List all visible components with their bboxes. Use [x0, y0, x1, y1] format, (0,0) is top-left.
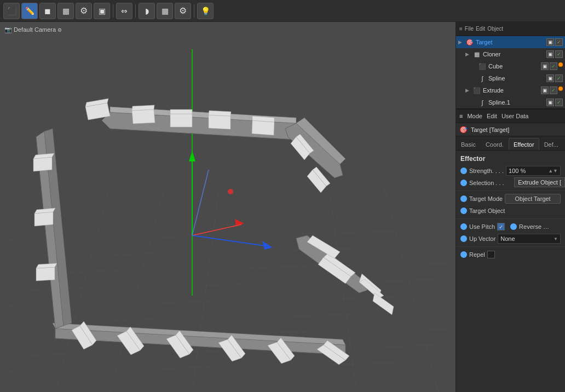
usepitch-radio[interactable]: [460, 223, 467, 230]
hier-badges-target: ▣ ✓: [546, 38, 563, 46]
hier-check2-cube[interactable]: ✓: [550, 62, 557, 70]
hier-check1-cloner[interactable]: ▣: [546, 50, 554, 58]
strength-value[interactable]: 100 % ▲▼: [506, 166, 561, 176]
hierarchy-item-extrude[interactable]: ▶ ⬛ Extrude ▣ ✓: [456, 84, 565, 96]
effector-section-title: Effector: [456, 154, 565, 165]
upvector-radio[interactable]: [460, 235, 467, 242]
target-object-row: Target Object: [456, 205, 565, 217]
hierarchy-menu-icon[interactable]: ≡: [459, 26, 463, 32]
hier-arrow-extrude: ▶: [465, 88, 471, 93]
hier-check1-extrude[interactable]: ▣: [541, 87, 549, 94]
toolbar-sep-1: [113, 4, 113, 18]
tab-effector[interactable]: Effector: [509, 138, 539, 150]
hierarchy-item-spline[interactable]: ▶ ∫ Spline ▣ ✓: [456, 72, 565, 84]
props-menu-icon[interactable]: ≡: [459, 113, 463, 119]
hierarchy-object-menu[interactable]: Object: [487, 26, 503, 32]
tab-coord[interactable]: Coord.: [481, 138, 509, 150]
hier-name-cube: Cube: [488, 63, 539, 70]
svg-marker-57: [34, 212, 53, 226]
targetmode-label: Target Mode: [469, 195, 503, 202]
toolbar: ⬛ ✏️ ◼ ▦ ⚙ ▣ ⇔ ◗ ▦ ⚙ 💡: [0, 0, 565, 22]
hier-badges-cloner: ▣ ✓: [546, 50, 563, 58]
hierarchy-item-target[interactable]: ▶ 🎯 Target ▣ ✓: [456, 36, 565, 48]
strength-arrows: ▲▼: [548, 168, 558, 174]
repel-row: Repel: [456, 249, 565, 261]
toolbar-sep-3: [194, 4, 194, 18]
svg-marker-55: [33, 157, 52, 171]
hierarchy-edit-menu[interactable]: Edit: [476, 26, 485, 32]
hier-check2-target[interactable]: ✓: [555, 38, 563, 46]
move-tool-button[interactable]: ⇔: [116, 3, 132, 19]
hier-check2-spline[interactable]: ✓: [555, 74, 563, 82]
hier-check1-target[interactable]: ▣: [546, 38, 554, 46]
paint-tool-button[interactable]: ◗: [139, 3, 155, 19]
targetobj-radio[interactable]: [460, 207, 467, 214]
props-edit-menu[interactable]: Edit: [487, 113, 497, 119]
hier-dot-extrude: [558, 87, 563, 91]
scene-canvas[interactable]: [0, 22, 456, 392]
effector-tool-button[interactable]: ⚙: [76, 3, 92, 19]
svg-point-71: [228, 189, 233, 194]
hierarchy-item-spline1[interactable]: ▶ ∫ Spline.1 ▣ ✓ Extrude Object [: [456, 96, 565, 108]
camera-settings-icon: ⚙: [57, 27, 62, 33]
hier-name-extrude: Extrude: [483, 87, 539, 94]
extrude-tooltip: Extrude Object [: [514, 177, 565, 187]
light-tool-button[interactable]: 💡: [197, 3, 214, 19]
hier-name-target: Target: [476, 39, 545, 45]
cube-tool-button[interactable]: ⬛: [3, 3, 20, 19]
svg-marker-28: [132, 109, 155, 124]
spline-hier-icon: ∫: [478, 75, 487, 82]
settings-tool-button[interactable]: ⚙: [175, 3, 191, 19]
upvector-label: Up Vector: [469, 235, 495, 242]
hierarchy-item-cloner[interactable]: ▶ ▦ Cloner ▣ ✓: [456, 48, 565, 60]
strength-label: Strength. . . .: [469, 168, 504, 174]
hierarchy-item-cube[interactable]: ▶ ⬛ Cube ▣ ✓: [456, 60, 565, 72]
hier-check2-spline1[interactable]: ✓: [555, 99, 563, 106]
camera-label: 📷 Default Camera ⚙: [4, 26, 62, 33]
object-hierarchy: ▶ 🎯 Target ▣ ✓ ▶ ▦ Cloner ▣ ✓: [456, 36, 565, 109]
spline-tool-button[interactable]: ◼: [39, 3, 56, 19]
svg-marker-31: [170, 109, 192, 114]
usepitch-label: Use Pitch: [469, 223, 495, 230]
targetmode-button[interactable]: Object Target: [505, 194, 561, 204]
grid-tool-button[interactable]: ▦: [157, 3, 173, 19]
hierarchy-file-menu[interactable]: File: [465, 26, 474, 32]
targetmode-radio[interactable]: [460, 195, 467, 202]
selection-radio[interactable]: [460, 180, 467, 186]
usepitch-checkbox[interactable]: ✓: [497, 223, 505, 230]
props-userdata-menu[interactable]: User Data: [501, 113, 529, 119]
hier-badges-spline: ▣ ✓: [546, 74, 563, 82]
selection-label: Selection . . .: [469, 180, 504, 186]
hier-check1-spline1[interactable]: ▣: [546, 99, 554, 106]
clone-tool-button[interactable]: ▦: [57, 3, 74, 19]
svg-marker-59: [36, 267, 55, 281]
props-mode-menu[interactable]: Mode: [467, 113, 482, 119]
hier-arrow-target: ▶: [458, 39, 464, 45]
strength-radio[interactable]: [460, 168, 467, 174]
repel-radio[interactable]: [460, 251, 467, 258]
svg-marker-32: [209, 115, 230, 129]
obj-name-icon: 🎯: [459, 126, 468, 134]
toolbar-sep-2: [135, 4, 136, 18]
main-area: 📷 Default Camera ⚙: [0, 22, 565, 392]
hier-check2-cloner[interactable]: ✓: [555, 50, 563, 58]
hier-check1-cube[interactable]: ▣: [541, 62, 549, 70]
brush-tool-button[interactable]: ✏️: [21, 3, 38, 19]
upvector-select[interactable]: None ▼: [498, 234, 561, 244]
tab-def[interactable]: Def...: [539, 138, 563, 150]
upvector-value: None: [500, 235, 515, 242]
divider-3: [456, 246, 565, 247]
viewport[interactable]: 📷 Default Camera ⚙: [0, 22, 456, 392]
array-tool-button[interactable]: ▣: [94, 3, 110, 19]
hier-check2-extrude[interactable]: ✓: [550, 87, 557, 94]
camera-icon: 📷: [4, 26, 12, 33]
use-pitch-row: Use Pitch ✓ Reverse Hea...: [456, 221, 565, 233]
up-vector-row: Up Vector None ▼: [456, 233, 565, 245]
reversehead-radio[interactable]: [510, 223, 517, 230]
spline1-hier-icon: ∫: [478, 99, 487, 106]
tabs-bar: Basic Coord. Effector Def...: [456, 136, 565, 151]
tab-basic[interactable]: Basic: [456, 138, 481, 150]
hier-check1-spline[interactable]: ▣: [546, 74, 554, 82]
repel-checkbox[interactable]: [487, 251, 495, 258]
properties-header: ≡ Mode Edit User Data: [456, 109, 565, 123]
